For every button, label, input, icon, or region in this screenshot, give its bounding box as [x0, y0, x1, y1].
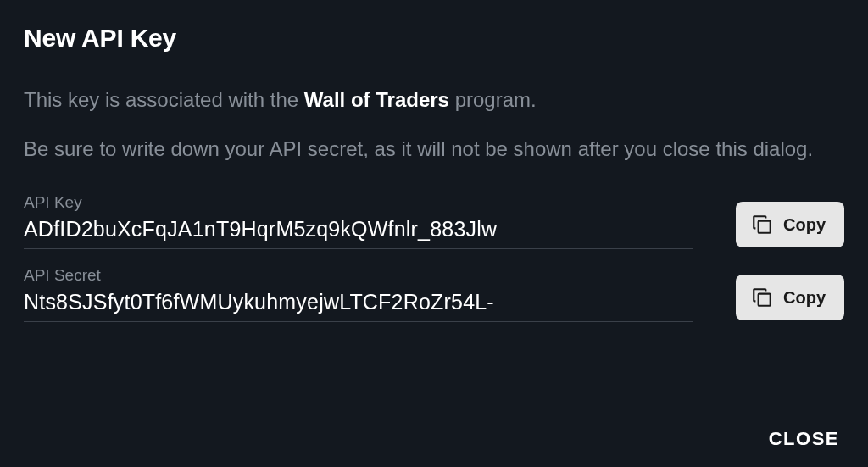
copy-button-label: Copy [783, 288, 826, 308]
api-secret-row: API Secret Nts8SJSfyt0Tf6fWMUykuhmyejwLT… [24, 266, 844, 322]
description-prefix: This key is associated with the [24, 88, 304, 111]
api-key-row: API Key ADfID2buXcFqJA1nT9HqrM5zq9kQWfnl… [24, 193, 844, 249]
copy-api-secret-button[interactable]: Copy [736, 275, 844, 320]
api-secret-field: API Secret Nts8SJSfyt0Tf6fWMUykuhmyejwLT… [24, 266, 693, 322]
svg-rect-1 [759, 294, 771, 306]
copy-icon [751, 286, 773, 309]
api-secret-label: API Secret [24, 266, 693, 285]
api-key-label: API Key [24, 193, 693, 212]
copy-api-key-button[interactable]: Copy [736, 202, 844, 247]
svg-rect-0 [759, 221, 771, 233]
description-suffix: program. [449, 88, 537, 111]
program-name: Wall of Traders [304, 88, 449, 111]
dialog-warning: Be sure to write down your API secret, a… [24, 134, 844, 164]
api-secret-value: Nts8SJSfyt0Tf6fWMUykuhmyejwLTCF2RoZr54L- [24, 290, 693, 314]
api-key-value: ADfID2buXcFqJA1nT9HqrM5zq9kQWfnlr_883Jlw [24, 217, 693, 242]
copy-button-label: Copy [783, 215, 826, 235]
api-key-field: API Key ADfID2buXcFqJA1nT9HqrM5zq9kQWfnl… [24, 193, 693, 249]
dialog-title: New API Key [24, 24, 844, 53]
close-button[interactable]: CLOSE [769, 428, 839, 450]
dialog-footer: CLOSE [24, 411, 844, 450]
copy-icon [751, 214, 773, 236]
dialog-description: This key is associated with the Wall of … [24, 85, 844, 115]
